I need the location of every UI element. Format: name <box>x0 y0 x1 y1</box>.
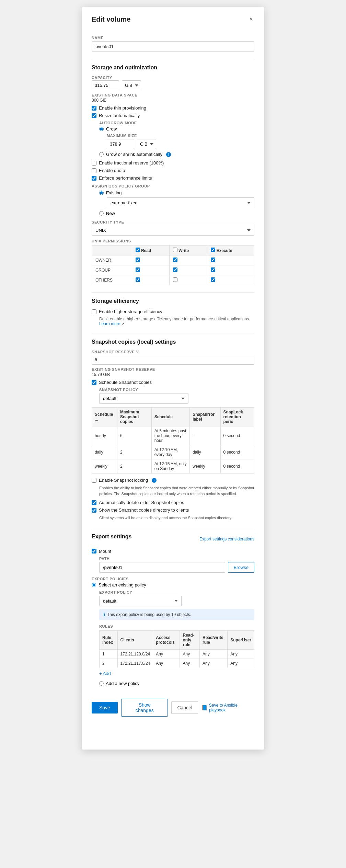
daily-schedule-desc: At 12:10 AM, every day <box>151 445 189 459</box>
owner-execute-cell <box>207 255 254 265</box>
perms-others-row: OTHERS <box>92 275 254 285</box>
unix-permissions-label: UNIX PERMISSIONS <box>92 239 254 243</box>
max-copies-header: Maximum Snapshot copies <box>117 408 152 426</box>
snapshot-locking-desc: Enables the ability to lock Snapshot cop… <box>99 485 254 496</box>
mount-label: Mount <box>99 549 111 554</box>
owner-read-checkbox[interactable] <box>136 258 140 262</box>
storage-optimization-title: Storage and optimization <box>92 65 254 71</box>
fractional-reserve-row: Enable fractional reserve (100%) <box>92 160 254 165</box>
others-write-checkbox[interactable] <box>173 277 177 282</box>
others-read-checkbox[interactable] <box>136 277 140 282</box>
close-button[interactable]: × <box>248 14 254 24</box>
mount-row: Mount <box>92 549 254 554</box>
schedule-snapshot-checkbox[interactable] <box>92 380 96 385</box>
max-size-label: MAXIMUM SIZE <box>107 134 254 138</box>
qos-policy-select[interactable]: extreme-fixed <box>107 197 254 208</box>
show-directory-checkbox[interactable] <box>92 508 96 513</box>
snapshot-reserve-input[interactable] <box>92 355 254 365</box>
hourly-max-copies: 6 <box>117 426 152 445</box>
browse-button[interactable]: Browse <box>228 562 254 573</box>
storage-efficiency-section: Storage efficiency Enable higher storage… <box>92 292 254 326</box>
rules-header-row: Rule index Clients Access protocols Read… <box>100 630 254 649</box>
weekly-snapmirror: weekly <box>190 459 220 473</box>
existing-qos-radio[interactable] <box>99 191 104 195</box>
owner-write-checkbox[interactable] <box>173 258 177 262</box>
show-directory-row: Show the Snapshot copies directory to cl… <box>92 507 254 513</box>
schedule-snapshot-row: Schedule Snapshot copies <box>92 380 254 385</box>
new-qos-radio[interactable] <box>99 211 104 216</box>
cancel-button[interactable]: Cancel <box>171 701 198 714</box>
export-policy-label: EXPORT POLICY <box>99 590 254 594</box>
add-new-policy-label: Add a new policy <box>106 681 139 686</box>
enable-thin-provisioning-row: Enable thin provisioning <box>92 105 254 111</box>
max-size-unit-select[interactable]: GiB TiB <box>137 139 156 149</box>
max-size-input[interactable] <box>107 139 134 149</box>
existing-snapshot-reserve-value: 15.79 GiB <box>92 372 254 377</box>
others-execute-checkbox[interactable] <box>211 277 215 282</box>
existing-snapshot-reserve-label: EXISTING SNAPSHOT RESERVE <box>92 367 254 372</box>
enable-thin-provisioning-label: Enable thin provisioning <box>99 105 146 111</box>
snapshot-row-weekly: weekly 2 At 12:15 AM, only on Sunday wee… <box>92 459 254 473</box>
enable-snapshot-locking-checkbox[interactable] <box>92 478 96 483</box>
max-size-row: GiB TiB <box>107 139 254 149</box>
show-changes-button[interactable]: Show changes <box>121 699 168 717</box>
enable-snapshot-locking-row: Enable Snapshot locking i <box>92 478 254 483</box>
mount-checkbox[interactable] <box>92 549 96 553</box>
enforce-performance-checkbox[interactable] <box>92 176 96 181</box>
enable-thin-provisioning-checkbox[interactable] <box>92 106 96 111</box>
grow-shrink-radio[interactable] <box>99 152 104 157</box>
enable-quota-checkbox[interactable] <box>92 168 96 173</box>
rule-1-read-write: Any <box>199 649 227 659</box>
add-rule-link[interactable]: + Add <box>99 671 111 676</box>
rule-1-clients: 172.21.120.0/24 <box>117 649 153 659</box>
hourly-snaplock: 0 second <box>220 426 254 445</box>
read-only-rule-header: Read-only rule <box>180 630 200 649</box>
execute-header-checkbox[interactable] <box>211 248 215 252</box>
add-new-policy-radio[interactable] <box>99 681 104 686</box>
group-execute-checkbox[interactable] <box>211 267 215 272</box>
save-button[interactable]: Save <box>92 702 118 713</box>
snapshot-row-hourly: hourly 6 At 5 minutes past the hour, eve… <box>92 426 254 445</box>
resize-automatically-checkbox[interactable] <box>92 113 96 118</box>
select-existing-radio[interactable] <box>92 583 96 587</box>
learn-more-link[interactable]: Learn more <box>99 321 120 326</box>
security-type-select[interactable]: UNIX NTFS Mixed <box>92 225 254 236</box>
read-header: Read <box>132 245 169 255</box>
rule-1-protocols: Any <box>153 649 180 659</box>
enable-higher-storage-checkbox[interactable] <box>92 309 96 314</box>
write-header-checkbox[interactable] <box>173 248 177 252</box>
group-read-checkbox[interactable] <box>136 267 140 272</box>
path-input-row: Browse <box>99 562 254 573</box>
save-to-ansible-link[interactable]: 📘 Save to Ansible playbook <box>201 703 254 712</box>
auto-delete-checkbox[interactable] <box>92 500 96 505</box>
snapshot-locking-info-icon[interactable]: i <box>152 478 157 483</box>
security-type-label: SECURITY TYPE <box>92 220 254 224</box>
external-link-icon: ↗ <box>122 322 124 326</box>
show-directory-label: Show the Snapshot copies directory to cl… <box>99 507 189 513</box>
group-write-checkbox[interactable] <box>173 267 177 272</box>
read-header-checkbox[interactable] <box>136 248 140 252</box>
edit-volume-modal: Edit volume × NAME Storage and optimizat… <box>82 7 264 750</box>
path-input[interactable] <box>99 562 225 573</box>
grow-radio[interactable] <box>99 127 104 131</box>
capacity-unit-select[interactable]: GiB TiB <box>122 80 141 90</box>
add-new-policy-row: Add a new policy <box>99 681 254 686</box>
security-type-group: SECURITY TYPE UNIX NTFS Mixed <box>92 220 254 236</box>
capacity-input[interactable] <box>92 80 119 90</box>
write-header: Write <box>170 245 207 255</box>
export-considerations-link[interactable]: Export settings considerations <box>199 537 254 541</box>
qos-label: ASSIGN QOS POLICY GROUP <box>92 184 254 188</box>
fractional-reserve-checkbox[interactable] <box>92 161 96 165</box>
snapshot-policy-select[interactable]: default <box>99 393 188 404</box>
grow-shrink-help-icon[interactable]: ? <box>166 152 171 157</box>
snaplock-header: SnapLock retention perio <box>220 408 254 426</box>
name-input[interactable] <box>92 41 254 52</box>
unix-permissions-table: Read Write Execute OWNER <box>92 245 254 285</box>
enforce-performance-label: Enforce performance limits <box>99 175 152 181</box>
storage-eff-desc-text: Don't enable a higher storage efficiency… <box>99 317 250 321</box>
enable-higher-storage-row: Enable higher storage efficiency <box>92 309 254 314</box>
export-policy-select[interactable]: default <box>99 596 182 606</box>
owner-execute-checkbox[interactable] <box>211 258 215 262</box>
enable-quota-label: Enable quota <box>99 168 125 173</box>
select-existing-label: Select an existing policy <box>99 582 146 587</box>
